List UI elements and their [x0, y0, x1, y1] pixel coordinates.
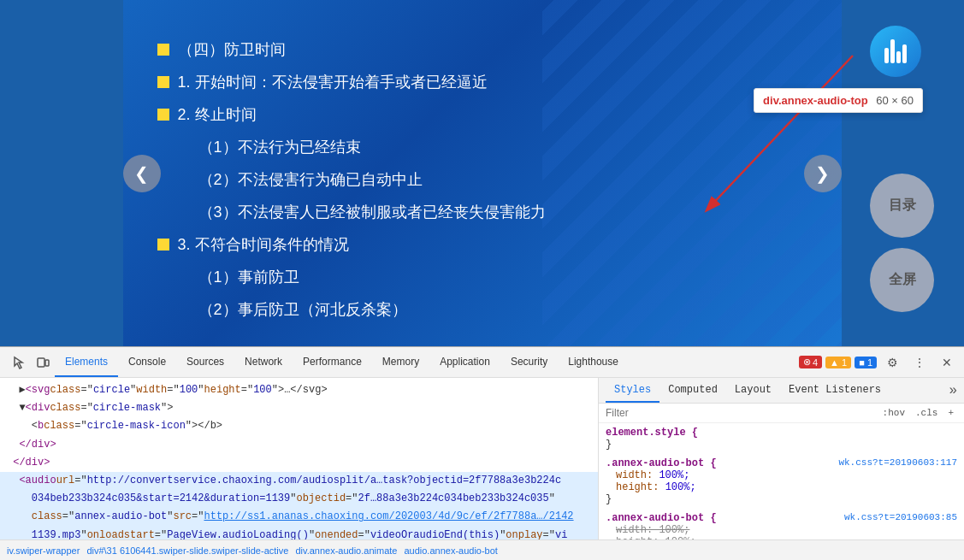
devtools-panel: ElementsConsoleSourcesNetworkPerformance…	[0, 346, 964, 560]
chevron-left-icon: ❮	[134, 163, 149, 184]
more-options-icon[interactable]: ⋮	[908, 351, 931, 374]
device-toggle-icon[interactable]	[31, 351, 55, 374]
menu-button[interactable]: 目录	[870, 174, 934, 238]
dom-line[interactable]: 1139.mp3" onloadstart="PageView.audioLoa…	[0, 527, 598, 540]
styles-filter-buttons: :hov.cls+	[879, 407, 957, 419]
devtools-tabs: ElementsConsoleSourcesNetworkPerformance…	[55, 347, 799, 377]
breadcrumb-item[interactable]: iv.swiper-wrapper	[7, 545, 80, 556]
info-badge: ■ 1	[855, 357, 877, 368]
styles-filter-input[interactable]	[606, 407, 879, 419]
style-source[interactable]: wk.css?t=20190603:85	[844, 512, 957, 522]
slide-item: （1）不法行为已经结束	[178, 132, 546, 162]
slide-item: （2）不法侵害行为确已自动中止	[178, 164, 546, 195]
fullscreen-label: 全屏	[889, 271, 916, 289]
nav-next-button[interactable]: ❯	[804, 155, 842, 192]
dom-line[interactable]: <b class="circle-mask-icon"></b>	[0, 417, 598, 435]
style-rule: wk.css?t=20190603:117.annex-audio-bot {w…	[606, 457, 957, 505]
slide-item: （3）不法侵害人已经被制服或者已经丧失侵害能力	[178, 197, 546, 227]
slide-item: （四）防卫时间	[157, 34, 546, 65]
nav-prev-button[interactable]: ❮	[123, 155, 161, 192]
svg-marker-2	[15, 357, 22, 368]
styles-subtab-styles[interactable]: Styles	[606, 378, 659, 403]
audio-widget[interactable]	[870, 26, 921, 77]
breadcrumb-item[interactable]: audio.annex-audio-bot	[404, 545, 497, 556]
devtools-tab-application[interactable]: Application	[429, 347, 500, 377]
devtools-tab-network[interactable]: Network	[234, 347, 293, 377]
dom-line[interactable]: class="annex-audio-bot" src="http://ss1.…	[0, 508, 598, 526]
dom-line[interactable]: ▶ <svg class="circle" width="100" height…	[0, 381, 598, 399]
styles-subtabs: StylesComputedLayoutEvent Listeners»	[599, 378, 964, 404]
dom-line[interactable]: ▼ <div class="circle-mask">	[0, 399, 598, 417]
fullscreen-button[interactable]: 全屏	[870, 248, 934, 312]
devtools-breadcrumb: iv.swiper-wrapper div#\31 6106441.swiper…	[0, 539, 964, 560]
dom-panel[interactable]: ▶ <svg class="circle" width="100" height…	[0, 378, 599, 539]
breadcrumb-item[interactable]: div#\31 6106441.swiper-slide.swiper-slid…	[86, 545, 288, 556]
svg-rect-4	[45, 360, 49, 366]
devtools-tab-sources[interactable]: Sources	[176, 347, 234, 377]
devtools-tab-elements[interactable]: Elements	[55, 347, 118, 377]
styles-panel: StylesComputedLayoutEvent Listeners» :ho…	[599, 378, 964, 539]
slide-item: （2）事后防卫（河北反杀案）	[178, 294, 546, 325]
main-content: （四）防卫时间1. 开始时间：不法侵害开始着手或者已经逼近2. 终止时间（1）不…	[0, 0, 964, 346]
devtools-tab-memory[interactable]: Memory	[372, 347, 429, 377]
devtools-tab-security[interactable]: Security	[500, 347, 558, 377]
errors-badge: ⊗4	[799, 356, 822, 368]
slide-item: 1. 开始时间：不法侵害开始着手或者已经逼近	[157, 67, 546, 97]
slide-text: （四）防卫时间1. 开始时间：不法侵害开始着手或者已经逼近2. 终止时间（1）不…	[157, 34, 546, 327]
dom-line[interactable]: 034beb233b324c035&start=2142&duration=11…	[0, 490, 598, 508]
dom-line[interactable]: <audio url="http://convertservice.chaoxi…	[0, 472, 598, 490]
style-source[interactable]: wk.css?t=20190603:117	[838, 457, 957, 468]
slide-item: 2. 终止时间	[157, 99, 546, 130]
filter-btn-cls[interactable]: .cls	[912, 407, 941, 419]
styles-subtab-computed[interactable]: Computed	[659, 378, 726, 403]
slide-item: （1）事前防卫	[178, 262, 546, 292]
devtools-tab-performance[interactable]: Performance	[293, 347, 372, 377]
styles-subtab-more-icon[interactable]: »	[949, 383, 957, 398]
styles-content: element.style {}wk.css?t=20190603:117.an…	[599, 423, 964, 539]
devtools-tab-console[interactable]: Console	[118, 347, 176, 377]
breadcrumb-item[interactable]: div.annex-audio.animate	[295, 545, 397, 556]
svg-rect-3	[38, 358, 44, 367]
styles-subtab-layout[interactable]: Layout	[726, 378, 780, 403]
menu-label: 目录	[889, 197, 916, 215]
settings-icon[interactable]: ⚙	[880, 351, 904, 374]
devtools-tab-lighthouse[interactable]: Lighthouse	[558, 347, 629, 377]
styles-subtab-event listeners[interactable]: Event Listeners	[780, 378, 890, 403]
style-rule: wk.css?t=20190603:85.annex-audio-bot {wi…	[606, 512, 957, 539]
filter-btn-hov[interactable]: :hov	[879, 407, 908, 419]
slide-item: 3. 不符合时间条件的情况	[157, 229, 546, 260]
devtools-main: ▶ <svg class="circle" width="100" height…	[0, 378, 964, 539]
close-devtools-icon[interactable]: ✕	[935, 351, 959, 374]
tooltip: div.annex-audio-top 60 × 60	[754, 88, 923, 113]
filter-btn-[interactable]: +	[944, 407, 957, 419]
styles-filter-bar: :hov.cls+	[599, 404, 964, 423]
devtools-toolbar: ElementsConsoleSourcesNetworkPerformance…	[0, 347, 964, 378]
tooltip-selector: div.annex-audio-top	[763, 94, 868, 107]
inspect-element-icon[interactable]	[7, 351, 31, 374]
dom-line[interactable]: </div>	[0, 454, 598, 472]
devtools-toolbar-right: ⊗4 ▲ 1 ■ 1 ⚙ ⋮ ✕	[799, 351, 964, 374]
tooltip-dimensions: 60 × 60	[876, 94, 914, 107]
warnings-badge: ▲ 1	[825, 357, 851, 368]
dom-line[interactable]: </div>	[0, 436, 598, 454]
audio-bars-icon	[884, 39, 907, 63]
style-rule: element.style {}	[606, 427, 957, 451]
slide-area: （四）防卫时间1. 开始时间：不法侵害开始着手或者已经逼近2. 终止时间（1）不…	[123, 0, 842, 346]
chevron-right-icon: ❯	[815, 163, 830, 184]
